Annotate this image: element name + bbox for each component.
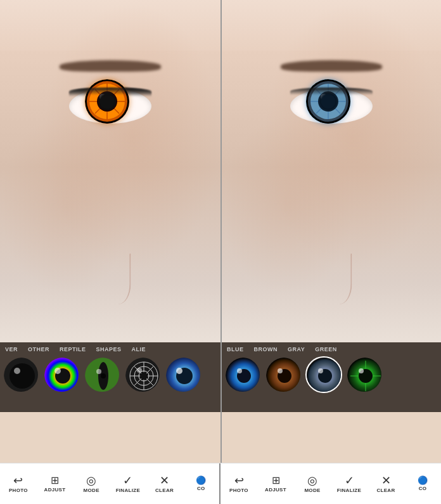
svg-point-53 bbox=[237, 368, 242, 373]
toolbar-mode-right[interactable]: ◎ MODE bbox=[294, 475, 331, 493]
filter-thumb-reptile[interactable] bbox=[84, 356, 120, 393]
co-label-right: CO bbox=[419, 486, 427, 491]
toolbar-adjust-left[interactable]: ⊞ ADJUST bbox=[37, 475, 74, 493]
filter-thumb-spiderweb[interactable] bbox=[124, 356, 161, 393]
mode-label-left: MODE bbox=[84, 488, 99, 493]
finalize-label-right: FINALIZE bbox=[337, 488, 361, 493]
left-eyebrow bbox=[60, 60, 161, 72]
svg-point-15 bbox=[10, 363, 35, 389]
cat-reptile[interactable]: REPTILE bbox=[54, 346, 91, 352]
svg-point-19 bbox=[54, 368, 61, 374]
toolbar-finalize-left[interactable]: ✓ FINALIZE bbox=[110, 475, 146, 493]
toolbar-clear-left[interactable]: ✕ CLEAR bbox=[146, 475, 183, 493]
cat-other[interactable]: OTHER bbox=[23, 346, 54, 352]
photo-label-right: PHOTO bbox=[229, 488, 248, 493]
svg-point-32 bbox=[140, 372, 148, 380]
mode-icon-right: ◎ bbox=[307, 475, 317, 486]
filter-thumb-green-lens[interactable] bbox=[346, 356, 383, 393]
filter-thumb-rainbow[interactable] bbox=[43, 356, 80, 393]
adjust-label-right: ADJUST bbox=[265, 487, 286, 493]
filter-thumb-black[interactable] bbox=[3, 356, 39, 393]
svg-point-59 bbox=[318, 368, 323, 373]
left-eye-socket bbox=[66, 82, 155, 133]
filter-thumb-brown-lens[interactable] bbox=[265, 356, 302, 393]
cat-alie[interactable]: ALIE bbox=[127, 346, 151, 352]
right-filter-items bbox=[222, 354, 441, 396]
co-label-left: CO bbox=[197, 486, 205, 491]
cat-gray[interactable]: GRAY bbox=[283, 346, 310, 352]
adjust-icon-right: ⊞ bbox=[272, 475, 280, 486]
right-lens-blue bbox=[306, 79, 350, 124]
photo-icon-right: ↩ bbox=[234, 475, 244, 486]
svg-point-66 bbox=[359, 368, 364, 373]
svg-point-16 bbox=[14, 368, 20, 374]
adjust-label-left: ADJUST bbox=[44, 487, 66, 493]
toolbar-adjust-right[interactable]: ⊞ ADJUST bbox=[257, 475, 294, 493]
finalize-icon-right: ✓ bbox=[345, 475, 354, 486]
toolbar-photo-right[interactable]: ↩ PHOTO bbox=[220, 475, 257, 493]
filter-thumb-blue-lens[interactable] bbox=[224, 356, 261, 393]
right-filter-bar: BLUE BROWN GRAY GREEN bbox=[222, 342, 441, 412]
adjust-icon-left: ⊞ bbox=[51, 475, 59, 486]
left-face-image bbox=[0, 0, 220, 342]
left-lens-orange bbox=[85, 79, 129, 124]
right-face-image bbox=[222, 0, 441, 342]
cat-brown[interactable]: BROWN bbox=[249, 346, 283, 352]
left-panel: VER OTHER REPTILE SHAPES ALIE bbox=[0, 0, 220, 463]
mode-icon-left: ◎ bbox=[86, 475, 96, 486]
svg-point-56 bbox=[278, 368, 283, 373]
toolbar-photo-left[interactable]: ↩ PHOTO bbox=[0, 475, 37, 493]
right-eyebrow bbox=[281, 60, 382, 72]
clear-icon-left: ✕ bbox=[160, 475, 169, 486]
finalize-icon-left: ✓ bbox=[123, 475, 132, 486]
toolbar-co-left[interactable]: 🔵 CO bbox=[182, 476, 219, 491]
cat-blue[interactable]: BLUE bbox=[222, 346, 249, 352]
toolbar-finalize-right[interactable]: ✓ FINALIZE bbox=[331, 475, 368, 493]
toolbar-co-right[interactable]: 🔵 CO bbox=[404, 476, 441, 491]
toolbar-mode-left[interactable]: ◎ MODE bbox=[73, 475, 110, 493]
cat-shapes[interactable]: SHAPES bbox=[91, 346, 127, 352]
right-eye-socket bbox=[287, 82, 376, 133]
filter-thumb-gray-lens[interactable] bbox=[305, 356, 342, 393]
co-icon-right: 🔵 bbox=[418, 476, 428, 484]
clear-label-right: CLEAR bbox=[376, 488, 395, 493]
clear-icon-right: ✕ bbox=[381, 475, 391, 486]
left-filter-items bbox=[0, 354, 220, 396]
photo-label-left: PHOTO bbox=[9, 488, 28, 493]
svg-point-33 bbox=[137, 368, 142, 373]
filter-thumb-alien[interactable] bbox=[165, 356, 201, 393]
right-categories: BLUE BROWN GRAY GREEN bbox=[222, 342, 441, 354]
left-filter-bar: VER OTHER REPTILE SHAPES ALIE bbox=[0, 342, 220, 412]
svg-point-22 bbox=[101, 373, 106, 378]
mode-label-right: MODE bbox=[304, 488, 320, 493]
cat-ver[interactable]: VER bbox=[0, 346, 23, 352]
clear-label-left: CLEAR bbox=[155, 488, 174, 493]
svg-point-49 bbox=[320, 93, 336, 110]
cat-green[interactable]: GREEN bbox=[310, 346, 342, 352]
svg-point-23 bbox=[96, 369, 101, 374]
left-categories: VER OTHER REPTILE SHAPES ALIE bbox=[0, 342, 220, 354]
finalize-label-left: FINALIZE bbox=[116, 488, 140, 493]
toolbar-clear-right[interactable]: ✕ CLEAR bbox=[368, 475, 404, 493]
right-panel: BLUE BROWN GRAY GREEN bbox=[220, 0, 441, 463]
svg-point-36 bbox=[176, 368, 182, 374]
svg-point-12 bbox=[99, 93, 115, 110]
co-icon-left: 🔵 bbox=[196, 476, 206, 484]
photo-icon-left: ↩ bbox=[13, 475, 23, 486]
